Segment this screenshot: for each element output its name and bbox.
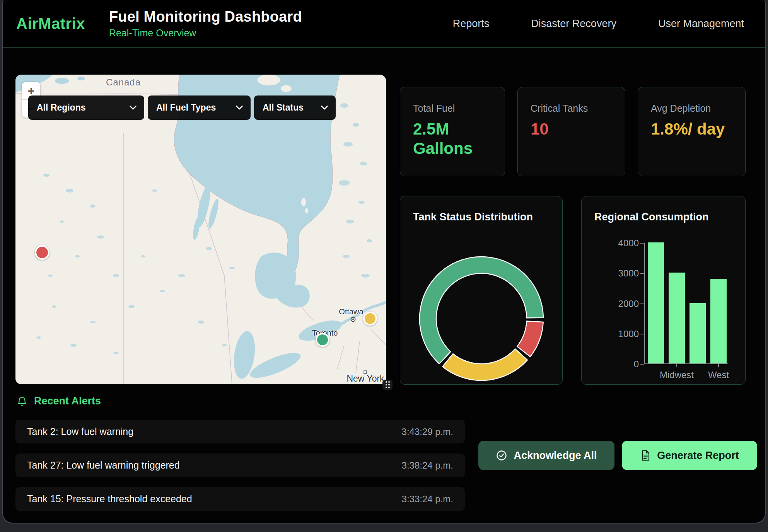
regional-consumption-card: Regional Consumption MidwestWest40003000… [581,196,746,385]
alert-timestamp: 3:33:24 p.m. [402,494,453,505]
dashboard-panel: AirMatrix Fuel Monitoring Dashboard Real… [2,0,766,523]
chart-title: Regional Consumption [594,211,708,223]
stat-card-critical-tanks: Critical Tanks 10 [517,87,625,176]
chevron-down-icon [321,106,328,110]
alert-row[interactable]: Tank 15: Pressure threshold exceeded 3:3… [15,487,465,511]
stat-card-total-fuel: Total Fuel 2.5M Gallons [400,87,505,176]
map-canvas [15,75,386,384]
map[interactable]: Canada Ottawa Toronto New York + − All R… [15,75,386,384]
acknowledge-all-label: Acknowledge All [514,450,597,462]
nav-reports[interactable]: Reports [453,18,490,30]
fuel-type-filter-dropdown[interactable]: All Fuel Types [148,95,251,120]
generate-report-label: Generate Report [657,450,739,462]
alert-text: Tank 15: Pressure threshold exceeded [27,493,192,505]
nav-user-management[interactable]: User Management [658,18,744,30]
stat-label: Critical Tanks [531,103,613,114]
acknowledge-all-button[interactable]: Acknowledge All [478,441,614,470]
stat-label: Avg Depletion [651,103,734,114]
regional-consumption-bar-chart: MidwestWest40003000200010000 [644,243,728,364]
map-marker-warning[interactable] [363,312,377,326]
stat-value: 10 [531,119,613,139]
stat-card-avg-depletion: Avg Depletion 1.8%/ day [638,87,746,176]
fuel-type-filter-value: All Fuel Types [156,102,216,113]
alert-timestamp: 3:43:29 p.m. [402,426,453,437]
map-filters: All Regions All Fuel Types All Status [28,95,336,120]
map-marker-normal[interactable] [316,333,329,347]
brand-logo: AirMatrix [16,15,85,32]
drag-handle-icon[interactable] [382,380,393,390]
document-icon [640,450,651,461]
page-subtitle: Real-Time Overview [109,27,302,39]
alerts-header: Recent Alerts [16,395,101,407]
chevron-down-icon [130,106,137,110]
status-filter-value: All Status [263,102,304,113]
stat-label: Total Fuel [413,103,493,114]
header: AirMatrix Fuel Monitoring Dashboard Real… [3,0,765,48]
chart-title: Tank Status Distribution [413,211,533,223]
status-filter-dropdown[interactable]: All Status [254,95,336,120]
map-marker-critical[interactable] [35,245,49,260]
region-filter-dropdown[interactable]: All Regions [28,95,144,120]
alert-row[interactable]: Tank 27: Low fuel warning triggered 3:38… [15,454,465,477]
region-filter-value: All Regions [37,102,86,113]
alert-text: Tank 27: Low fuel warning triggered [27,460,180,471]
stat-value: 1.8%/ day [651,119,734,139]
alert-timestamp: 3:38:24 p.m. [402,460,453,471]
check-circle-icon [496,450,507,461]
alerts-title: Recent Alerts [34,395,101,407]
tank-status-distribution-card: Tank Status Distribution [400,196,563,385]
main-nav: Reports Disaster Recovery User Managemen… [453,18,744,30]
page: AirMatrix Fuel Monitoring Dashboard Real… [0,0,768,532]
nav-disaster-recovery[interactable]: Disaster Recovery [531,18,616,30]
alert-row[interactable]: Tank 2: Low fuel warning 3:43:29 p.m. [15,420,465,443]
generate-report-button[interactable]: Generate Report [622,441,757,470]
stat-value: 2.5M Gallons [413,119,493,159]
page-title: Fuel Monitoring Dashboard [109,9,302,25]
chevron-down-icon [236,106,243,110]
new-york-town-icon [364,371,367,373]
alert-text: Tank 2: Low fuel warning [27,426,133,437]
bell-icon [16,396,28,407]
title-block: Fuel Monitoring Dashboard Real-Time Over… [109,9,302,39]
tank-status-donut-chart [416,253,547,384]
